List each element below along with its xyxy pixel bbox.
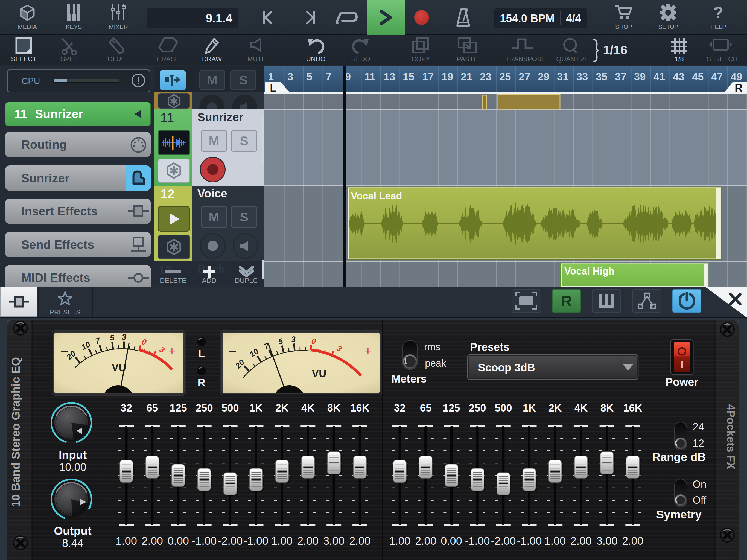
svg-text:Vocal High: Vocal High	[564, 265, 614, 277]
svg-text:45: 45	[692, 71, 703, 82]
svg-text:2K: 2K	[275, 402, 289, 414]
svg-text:4K: 4K	[301, 402, 315, 414]
svg-text:41: 41	[653, 71, 665, 82]
svg-text:21: 21	[461, 71, 472, 82]
svg-text:Input: Input	[59, 449, 87, 461]
svg-text:65: 65	[420, 402, 432, 414]
svg-text:2.00: 2.00	[141, 535, 163, 547]
svg-text:3.00: 3.00	[596, 535, 618, 547]
svg-text:23: 23	[480, 71, 491, 82]
svg-text:-2.00: -2.00	[217, 535, 242, 547]
svg-text:19: 19	[442, 71, 453, 82]
svg-text:27: 27	[519, 71, 530, 82]
svg-text:1.00: 1.00	[544, 535, 566, 547]
svg-text:2.00: 2.00	[570, 535, 592, 547]
svg-text:-1.00: -1.00	[192, 535, 216, 547]
svg-text:VU: VU	[312, 368, 327, 379]
svg-text:+: +	[169, 344, 176, 358]
svg-text:On: On	[693, 479, 706, 490]
svg-text:1: 1	[268, 71, 274, 82]
svg-text:29: 29	[538, 71, 549, 82]
svg-text:1.00: 1.00	[271, 535, 292, 547]
svg-text:250: 250	[196, 402, 213, 414]
svg-text:2.00: 2.00	[622, 535, 643, 547]
svg-text:3: 3	[287, 71, 293, 82]
svg-text:0.00: 0.00	[168, 535, 189, 547]
svg-text:Vocal Lead: Vocal Lead	[351, 190, 402, 202]
svg-text:250: 250	[469, 402, 486, 414]
svg-text:Meters: Meters	[391, 373, 427, 385]
svg-text:65: 65	[147, 402, 158, 414]
svg-text:35: 35	[596, 71, 607, 82]
svg-text:-1.00: -1.00	[465, 535, 490, 547]
svg-text:8K: 8K	[600, 402, 614, 414]
svg-text:3: 3	[291, 335, 296, 344]
svg-text:-1.00: -1.00	[517, 535, 542, 547]
svg-text:Symetry: Symetry	[656, 508, 702, 521]
svg-text:8K: 8K	[327, 402, 341, 414]
svg-text:10.00: 10.00	[59, 461, 86, 473]
svg-text:Presets: Presets	[470, 341, 510, 353]
svg-text:11: 11	[364, 71, 376, 82]
svg-text:4K: 4K	[574, 402, 588, 414]
svg-text:Range dB: Range dB	[652, 451, 706, 463]
svg-text:16K: 16K	[350, 402, 369, 414]
svg-text:500: 500	[495, 402, 512, 414]
svg-text:39: 39	[634, 71, 646, 82]
svg-text:16K: 16K	[623, 402, 642, 414]
svg-text:13: 13	[384, 71, 395, 82]
svg-text:17: 17	[422, 71, 434, 82]
svg-text:+: +	[364, 344, 372, 358]
svg-text:12: 12	[693, 437, 704, 449]
svg-text:32: 32	[121, 402, 132, 414]
svg-text:1.00: 1.00	[389, 535, 410, 547]
svg-text:500: 500	[222, 402, 239, 414]
svg-text:0.00: 0.00	[441, 535, 462, 547]
svg-text:2K: 2K	[548, 402, 562, 414]
svg-text:Scoop 3dB: Scoop 3dB	[478, 361, 535, 374]
svg-text:1K: 1K	[523, 402, 536, 414]
svg-text:–: –	[61, 343, 68, 357]
svg-text:2.00: 2.00	[297, 535, 318, 547]
svg-text:24: 24	[693, 421, 704, 433]
svg-text:33: 33	[576, 71, 588, 82]
svg-text:-2.00: -2.00	[491, 535, 516, 547]
svg-text:3.00: 3.00	[323, 535, 344, 547]
svg-text:L: L	[198, 348, 205, 360]
svg-text:rms: rms	[424, 341, 440, 353]
svg-text:2.00: 2.00	[415, 535, 436, 547]
svg-text:15: 15	[403, 71, 414, 82]
svg-text:Power: Power	[666, 376, 698, 388]
svg-text:2.00: 2.00	[349, 535, 370, 547]
svg-text:–: –	[229, 343, 236, 357]
svg-text:31: 31	[557, 71, 568, 82]
svg-text:-1.00: -1.00	[243, 535, 268, 547]
svg-text:Output: Output	[54, 525, 92, 537]
svg-text:43: 43	[673, 71, 685, 82]
svg-text:25: 25	[499, 71, 511, 82]
svg-text:125: 125	[170, 402, 187, 414]
svg-text:5: 5	[307, 71, 312, 82]
svg-text:1K: 1K	[249, 402, 263, 414]
svg-text:37: 37	[615, 71, 626, 82]
svg-text:32: 32	[394, 402, 406, 414]
svg-text:Off: Off	[693, 494, 706, 506]
svg-text:47: 47	[711, 71, 723, 82]
svg-text:7: 7	[326, 71, 331, 82]
svg-text:peak: peak	[425, 358, 446, 369]
svg-text:49: 49	[730, 71, 742, 82]
svg-text:1.00: 1.00	[115, 535, 137, 547]
svg-text:8.44: 8.44	[62, 537, 83, 549]
svg-text:4Pockets FX: 4Pockets FX	[725, 404, 737, 469]
svg-text:R: R	[198, 377, 206, 388]
svg-text:10 Band Stereo Graphic EQ: 10 Band Stereo Graphic EQ	[9, 357, 22, 507]
svg-text:3: 3	[122, 332, 126, 341]
svg-text:125: 125	[443, 402, 460, 414]
